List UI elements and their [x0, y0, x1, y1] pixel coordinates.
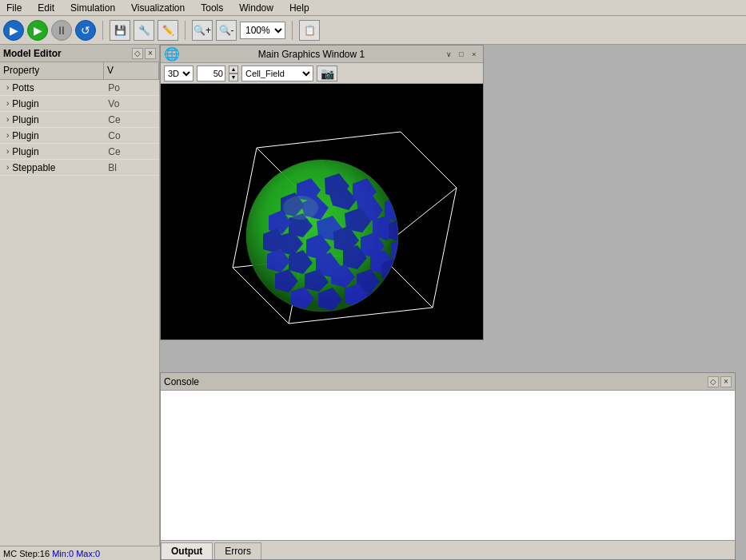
viewport[interactable] [161, 84, 483, 340]
camera-button[interactable]: 📷 [317, 66, 337, 81]
separator-1 [102, 21, 103, 40]
separator-2 [185, 21, 186, 40]
console-close-button[interactable]: × [720, 376, 732, 387]
zoom-select[interactable]: 100% [240, 22, 285, 39]
zoom-in-button[interactable]: 🔍+ [192, 20, 213, 41]
tree-arrow-potts: › [6, 83, 9, 92]
step-button[interactable]: ▶ [27, 20, 48, 41]
spin-up[interactable]: ▲ [229, 66, 238, 73]
zoom-input[interactable] [197, 66, 225, 81]
gfx-window-title: Main Graphics Window 1 [180, 49, 443, 60]
menu-file[interactable]: File [3, 1, 25, 15]
reload-button[interactable]: ↺ [75, 20, 96, 41]
graphics-window: 🌐 Main Graphics Window 1 ∨ □ × 3D 2D ▲ ▼ [160, 45, 484, 340]
model-editor-controls: ◇ × [132, 48, 156, 59]
editor-close-button[interactable]: × [145, 48, 156, 59]
menu-bar: File Edit Simulation Visualization Tools… [0, 0, 746, 16]
screenshot-button[interactable]: 📋 [299, 20, 320, 41]
tree-value-plugin-4: Ce [108, 146, 120, 157]
menu-edit[interactable]: Edit [34, 1, 58, 15]
tree-value-steppable: Bl [108, 162, 117, 173]
status-mc-step: MC Step: [3, 549, 40, 558]
console-panel: Console ◇ × Output Errors [160, 372, 736, 560]
separator-3 [292, 21, 293, 40]
toolbar: ▶ ▶ ⏸ ↺ 💾 🔧 ✏️ 🔍+ 🔍- 100% 📋 [0, 16, 746, 45]
console-titlebar: Console ◇ × [161, 373, 735, 391]
tree-item-plugin-1[interactable]: › Plugin Vo [0, 96, 159, 112]
svg-point-51 [283, 196, 318, 220]
tree-value-potts: Po [108, 82, 120, 93]
tree-label-steppable: Steppable [12, 162, 108, 173]
gfx-window-controls: ∨ □ × [443, 49, 480, 60]
status-min: Min: [50, 549, 69, 558]
menu-simulation[interactable]: Simulation [67, 1, 118, 15]
wrench-button[interactable]: 🔧 [134, 20, 154, 41]
spin-down[interactable]: ▼ [229, 73, 238, 81]
zoom-out-button[interactable]: 🔍- [216, 20, 237, 41]
zoom-spinner[interactable]: ▲ ▼ [229, 66, 238, 81]
model-editor-panel: Model Editor ◇ × Property V › Potts Po ›… [0, 45, 160, 560]
tree-value-plugin-1: Vo [108, 98, 119, 109]
play-button[interactable]: ▶ [3, 20, 24, 41]
model-tree: › Potts Po › Plugin Vo › Plugin Ce › Plu… [0, 80, 159, 549]
status-mc-value: 16 [40, 549, 50, 558]
console-title: Console [164, 376, 199, 387]
tree-arrow-plugin-1: › [6, 99, 9, 108]
tree-label-plugin-1: Plugin [12, 98, 108, 109]
tree-label-plugin-3: Plugin [12, 130, 108, 141]
property-col-header: Property [0, 62, 104, 79]
status-max-value: 0 [95, 549, 100, 558]
console-tabs: Output Errors [161, 540, 735, 559]
console-body [161, 391, 735, 540]
tree-item-plugin-3[interactable]: › Plugin Co [0, 128, 159, 144]
status-bar: MC Step: 16 Min: 0 Max: 0 [0, 546, 160, 560]
model-editor-header: Model Editor ◇ × [0, 45, 159, 62]
tree-value-plugin-2: Ce [108, 114, 120, 125]
right-area: 🌐 Main Graphics Window 1 ∨ □ × 3D 2D ▲ ▼ [160, 45, 746, 560]
gfx-maximize-button[interactable]: □ [456, 49, 467, 60]
pause-button[interactable]: ⏸ [51, 20, 72, 41]
tree-arrow-plugin-2: › [6, 115, 9, 124]
menu-tools[interactable]: Tools [197, 1, 226, 15]
main-area: Model Editor ◇ × Property V › Potts Po ›… [0, 45, 746, 560]
console-controls: ◇ × [708, 376, 732, 387]
tree-arrow-steppable: › [6, 163, 9, 172]
tab-output[interactable]: Output [161, 542, 213, 559]
prop-header: Property V [0, 62, 159, 80]
editor-pin-button[interactable]: ◇ [132, 48, 143, 59]
value-col-header: V [104, 62, 159, 79]
model-editor-title: Model Editor [3, 48, 62, 59]
tree-value-plugin-3: Co [108, 130, 120, 141]
tree-item-plugin-4[interactable]: › Plugin Ce [0, 144, 159, 160]
gfx-toolbar: 3D 2D ▲ ▼ Cell_Field 📷 [161, 63, 483, 84]
tree-item-potts[interactable]: › Potts Po [0, 80, 159, 96]
tree-arrow-plugin-4: › [6, 147, 9, 156]
menu-visualization[interactable]: Visualization [128, 1, 188, 15]
gfx-minimize-button[interactable]: ∨ [443, 49, 454, 60]
console-pin-button[interactable]: ◇ [708, 376, 719, 387]
menu-window[interactable]: Window [236, 1, 277, 15]
gfx-close-button[interactable]: × [469, 49, 480, 60]
tree-label-plugin-4: Plugin [12, 146, 108, 157]
tab-errors[interactable]: Errors [214, 542, 261, 559]
pencil-button[interactable]: ✏️ [158, 20, 178, 41]
menu-help[interactable]: Help [286, 1, 313, 15]
field-select[interactable]: Cell_Field [241, 66, 313, 81]
save-button[interactable]: 💾 [110, 20, 130, 41]
gfx-titlebar: 🌐 Main Graphics Window 1 ∨ □ × [161, 46, 483, 63]
view-mode-select[interactable]: 3D 2D [164, 66, 193, 81]
tree-arrow-plugin-3: › [6, 131, 9, 140]
tree-item-steppable[interactable]: › Steppable Bl [0, 160, 159, 176]
tree-label-plugin-2: Plugin [12, 114, 108, 125]
tree-item-plugin-2[interactable]: › Plugin Ce [0, 112, 159, 128]
tree-label-potts: Potts [12, 82, 108, 93]
viewport-scene [161, 84, 483, 340]
status-max: Max: [74, 549, 95, 558]
